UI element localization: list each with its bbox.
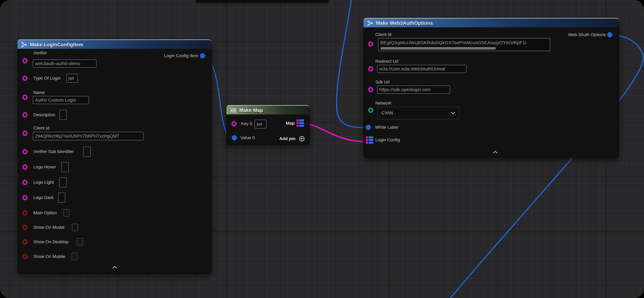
logo-light-input-pin[interactable] — [22, 180, 28, 185]
network-input-pin[interactable] — [368, 108, 373, 113]
name-input-pin[interactable] — [22, 94, 28, 100]
type-of-login-input-pin[interactable] — [22, 76, 28, 81]
network-selected-value: CYAN — [382, 111, 393, 116]
network-dropdown[interactable]: CYAN — [377, 106, 460, 120]
logo-dark-input-pin[interactable] — [22, 195, 28, 200]
verifier-label: Verifier — [33, 50, 47, 56]
sdk-url-label: Sdk Url — [375, 80, 390, 85]
wire-top-to-whitelabel[interactable] — [336, 0, 367, 128]
show-on-mobile-input-pin[interactable] — [22, 254, 28, 259]
verifier-value-field[interactable]: web3auth-auth0-demo — [33, 60, 96, 68]
show-on-modal-checkbox[interactable] — [72, 224, 78, 231]
chevron-down-icon — [451, 112, 455, 114]
web3auth-options-output-pin[interactable] — [607, 32, 612, 38]
white-label-input-pin[interactable] — [366, 125, 371, 130]
map-output-label: Map — [286, 121, 294, 126]
key0-input-pin[interactable] — [232, 121, 236, 126]
login-config-item-output-label: Login Config Item — [164, 53, 198, 58]
node-title: Make Web3AuthOptions — [376, 20, 433, 26]
main-option-label: Main Option — [33, 210, 57, 216]
show-on-modal-input-pin[interactable] — [22, 225, 28, 230]
description-value-field[interactable] — [60, 110, 67, 120]
login-config-input-pin[interactable] — [366, 136, 373, 144]
make-struct-icon — [366, 20, 374, 26]
main-option-checkbox[interactable] — [63, 209, 70, 217]
redirect-url-value-field[interactable]: w3a://com.w3a.Web3AuthUnreal — [377, 65, 466, 73]
redirect-url-input-pin[interactable] — [368, 66, 373, 72]
logo-light-label: Logo Light — [33, 180, 54, 185]
add-pin-icon — [299, 136, 305, 142]
w3a-client-id-input-pin[interactable] — [368, 41, 373, 46]
verifier-sub-identifier-label: Verifier Sub Identifier — [33, 149, 74, 154]
description-label: Description — [33, 112, 55, 117]
show-on-mobile-checkbox[interactable] — [72, 253, 78, 260]
node-title: Make Map — [239, 108, 263, 113]
white-label-label: White Label — [375, 125, 398, 130]
type-of-login-value-field[interactable]: jwt — [66, 74, 78, 82]
client-id-input-pin[interactable] — [22, 130, 28, 136]
sdk-url-value-field[interactable]: https://sdk.openlogin.com — [377, 86, 450, 94]
logo-hover-label: Logo Hover — [33, 164, 56, 170]
node-title: Make LoginConfigItem — [30, 42, 83, 48]
client-id-horizontal-scrollbar[interactable] — [380, 47, 496, 50]
description-input-pin[interactable] — [22, 112, 28, 118]
key0-value: jwt — [257, 122, 262, 127]
w3a-client-id-label: Client Id — [375, 32, 391, 37]
logo-hover-input-pin[interactable] — [22, 164, 28, 170]
sdk-url-value: https://sdk.openlogin.com — [379, 87, 431, 92]
key0-value-field[interactable]: jwt — [254, 120, 266, 128]
sdk-url-input-pin[interactable] — [368, 87, 373, 92]
make-struct-icon — [20, 42, 28, 48]
verifier-input-pin[interactable] — [22, 58, 28, 64]
map-output-pin[interactable] — [296, 120, 304, 127]
value0-label: Value 0 — [240, 135, 255, 140]
offscreen-node-edge — [196, 0, 329, 2]
show-on-modal-label: Show On Modal — [33, 225, 64, 230]
main-option-input-pin[interactable] — [22, 210, 28, 216]
login-config-label: Login Config — [375, 138, 400, 142]
make-map-icon — [230, 107, 237, 114]
type-of-login-label: Type Of Login — [33, 76, 60, 81]
chevron-up-icon — [493, 151, 498, 153]
login-config-item-output-pin[interactable] — [200, 53, 205, 58]
verifier-sub-identifier-value-field[interactable] — [84, 147, 91, 157]
redirect-url-label: Redirect Url — [375, 59, 398, 64]
wire-map-to-loginconfig[interactable] — [304, 123, 368, 142]
collapse-web3authoptions-button[interactable] — [493, 151, 498, 154]
show-on-desktop-input-pin[interactable] — [22, 239, 28, 244]
node-make-loginconfigitem[interactable]: Make LoginConfigItem — [18, 40, 212, 274]
verifier-sub-identifier-input-pin[interactable] — [22, 149, 28, 154]
w3a-client-id-value-field[interactable]: BEglQSgt4cUWcj6SKRdu5QkOXTsePmMcusG5EAoy… — [378, 38, 550, 51]
add-pin-button[interactable] — [299, 136, 305, 142]
client-id-label: Client Id — [33, 126, 50, 130]
node-make-loginconfigitem-header[interactable]: Make LoginConfigItem — [18, 40, 212, 49]
redirect-url-value: w3a://com.w3a.Web3AuthUnreal — [379, 66, 445, 72]
value0-input-pin[interactable] — [232, 135, 237, 140]
add-pin-label: Add pin — [279, 136, 296, 141]
collapse-loginconfigitem-button[interactable] — [112, 266, 117, 269]
client-id-value-field[interactable]: 294QRkchfq2YaXUbPri7D6PH7xzHgQMT — [33, 132, 144, 140]
logo-hover-value-field[interactable] — [62, 162, 68, 172]
show-on-mobile-label: Show On Mobile — [33, 254, 65, 259]
client-id-value: 294QRkchfq2YaXUbPri7D6PH7xzHgQMT — [35, 134, 120, 139]
blueprint-graph-canvas[interactable]: Make LoginConfigItem Login Config Item V… — [0, 0, 644, 298]
type-of-login-value: jwt — [68, 76, 74, 81]
logo-dark-value-field[interactable] — [58, 193, 65, 202]
chevron-up-icon — [112, 266, 117, 268]
logo-dark-label: Logo Dark — [33, 195, 54, 200]
logo-light-value-field[interactable] — [60, 177, 66, 187]
name-value-field[interactable]: Auth0 Custom Login — [33, 96, 89, 104]
show-on-desktop-label: Show On Desktop — [33, 240, 68, 244]
node-make-web3authoptions-header[interactable]: Make Web3AuthOptions — [364, 18, 619, 27]
node-make-map-header[interactable]: Make Map — [226, 105, 310, 114]
verifier-value: web3auth-auth0-demo — [35, 61, 80, 66]
web3auth-options-output-label: Web 3Auth Options — [568, 32, 606, 37]
show-on-desktop-checkbox[interactable] — [77, 238, 83, 246]
name-value: Auth0 Custom Login — [35, 98, 76, 103]
name-label: Name — [33, 90, 45, 95]
w3a-client-id-value: BEglQSgt4cUWcj6SKRdu5QkOXTsePmMcusG5EAoy… — [380, 40, 526, 45]
network-label: Network — [375, 101, 391, 106]
key0-label: Key 0 — [241, 121, 252, 126]
